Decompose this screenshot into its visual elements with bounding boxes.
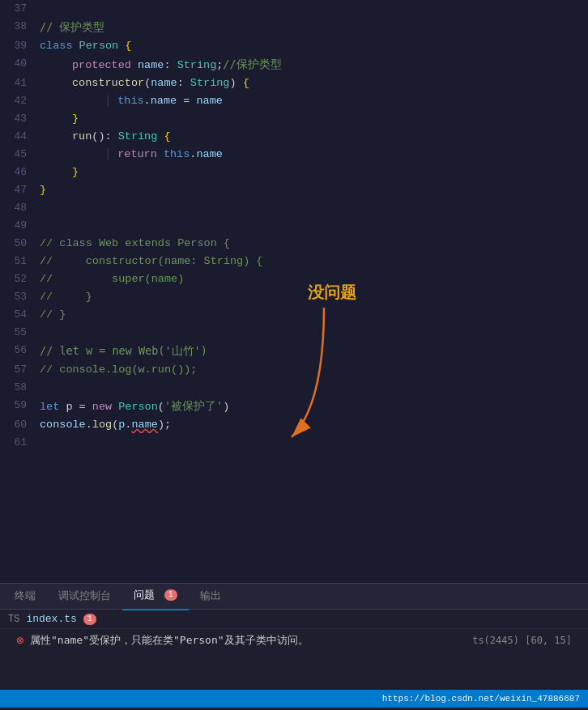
tab-terminal[interactable]: 终端 — [3, 584, 47, 610]
editor-area: 37 38 // 保护类型 39 class Person { 40 prote… — [0, 0, 588, 583]
tab-output[interactable]: 输出 — [189, 584, 232, 610]
brace-open: { — [125, 40, 131, 52]
parens: (): — [92, 130, 117, 142]
line-content-46: } — [36, 164, 588, 181]
vert-line: │ — [104, 95, 117, 107]
line-num-37: 37 — [0, 0, 36, 18]
tab-debug-console[interactable]: 调试控制台 — [47, 584, 122, 610]
code-line-44: 44 run(): String { — [0, 128, 588, 146]
comment-52: // super(name) — [40, 273, 184, 285]
line-content-57: // console.log(w.run()); — [36, 361, 588, 379]
code-line-49: 49 — [0, 217, 588, 235]
vert-line2: │ — [104, 148, 117, 160]
type-string: String — [177, 59, 217, 71]
line-num-47: 47 — [0, 181, 36, 199]
rhs-name: name — [196, 95, 222, 107]
param-name: name — [151, 77, 177, 89]
code-line-46: 46 } — [0, 164, 588, 181]
line-num-48: 48 — [0, 199, 36, 217]
line-content-47: } — [36, 181, 588, 199]
line-num-41: 41 — [0, 74, 36, 92]
comment-51: // constructor(name: String) { — [40, 255, 262, 267]
line-num-61: 61 — [0, 434, 36, 452]
code-line-58: 58 — [0, 379, 588, 397]
code-line-53: 53 // } — [0, 288, 588, 306]
code-line-38: 38 // 保护类型 — [0, 18, 588, 37]
code-container: 37 38 // 保护类型 39 class Person { 40 prote… — [0, 0, 588, 452]
code-line-42: 42 │ this.name = name — [0, 92, 588, 110]
line-num-58: 58 — [0, 379, 36, 397]
code-line-41: 41 constructor(name: String) { — [0, 74, 588, 92]
colon2: : — [177, 77, 190, 89]
code-line-61: 61 — [0, 434, 588, 452]
line-num-59: 59 — [0, 397, 36, 415]
line-content-51: // constructor(name: String) { — [36, 253, 588, 270]
semi2: ); — [158, 419, 171, 431]
line-content-38: // 保护类型 — [36, 18, 588, 37]
line-content-41: constructor(name: String) { — [36, 74, 588, 92]
line-num-52: 52 — [0, 270, 36, 288]
annotation-bubble: 没问题 — [308, 282, 356, 304]
kw-console: console — [40, 419, 86, 431]
code-line-37: 37 — [0, 0, 588, 18]
line-content-56: // let w = new Web('山竹') — [36, 342, 588, 361]
line-content-43: } — [36, 110, 588, 128]
brace-close3: } — [40, 184, 46, 196]
line-num-50: 50 — [0, 235, 36, 253]
error-file-row: TS index.ts 1 — [0, 610, 588, 629]
kw-return: return — [117, 148, 164, 160]
paren-close2: ) — [223, 401, 229, 413]
tab-problems[interactable]: 问题 1 — [122, 583, 189, 610]
kw-constructor: constructor — [72, 77, 144, 89]
line-num-38: 38 — [0, 18, 36, 36]
line-content-45: │ return this.name — [36, 146, 588, 164]
code-line-54: 54 // } — [0, 306, 588, 324]
ts-label: TS — [8, 614, 19, 625]
code-line-59: 59 let p = new Person('被保护了') — [0, 397, 588, 416]
line-content-39: class Person { — [36, 37, 588, 55]
line-num-46: 46 — [0, 164, 36, 181]
code-line-50: 50 // class Web extends Person { — [0, 235, 588, 253]
code-line-40: 40 protected name: String;//保护类型 — [0, 55, 588, 74]
line-num-55: 55 — [0, 324, 36, 342]
string-val: '被保护了' — [164, 399, 223, 412]
status-bar: https://blog.csdn.net/weixin_47886687 — [0, 690, 588, 708]
comment-54: // } — [40, 308, 66, 321]
kw-let: let — [40, 401, 66, 413]
code-line-45: 45 │ return this.name — [0, 146, 588, 164]
line-num-43: 43 — [0, 110, 36, 128]
line-content-54: // } — [36, 306, 588, 324]
kw-class: class — [40, 40, 79, 52]
comment-56: // let w = new Web('山竹') — [40, 344, 207, 357]
return-name: name — [196, 148, 222, 160]
line-content-40: protected name: String;//保护类型 — [36, 55, 588, 74]
param-type: String — [190, 77, 230, 89]
method-run: run — [72, 130, 92, 142]
class-person: Person — [79, 40, 126, 52]
file-name: index.ts — [26, 613, 76, 625]
line-num-51: 51 — [0, 253, 36, 270]
comment-38: // 保护类型 — [40, 20, 104, 33]
kw-protected: protected — [72, 59, 138, 71]
line-num-45: 45 — [0, 146, 36, 164]
code-line-56: 56 // let w = new Web('山竹') — [0, 342, 588, 361]
code-line-57: 57 // console.log(w.run()); — [0, 361, 588, 379]
line-content-50: // class Web extends Person { — [36, 235, 588, 253]
kw-this2: this — [164, 148, 190, 160]
paren3: ( — [158, 401, 164, 413]
kw-log: log — [92, 419, 112, 431]
error-code: ts(2445) [60, 15] — [472, 635, 572, 646]
prop-name-squiggle: name — [131, 419, 157, 431]
var-p: p = — [66, 401, 92, 413]
line-num-60: 60 — [0, 416, 36, 434]
code-line-52: 52 // super(name) — [0, 270, 588, 288]
prop-name: name — [138, 59, 164, 71]
paren-close: ) — [229, 77, 242, 89]
line-num-57: 57 — [0, 361, 36, 379]
comment-53: // } — [40, 291, 92, 303]
eq: = — [177, 95, 196, 107]
line-num-44: 44 — [0, 128, 36, 146]
dot3: . — [86, 419, 92, 431]
comment-50: // class Web extends Person { — [40, 237, 230, 249]
file-badge: 1 — [83, 614, 96, 625]
